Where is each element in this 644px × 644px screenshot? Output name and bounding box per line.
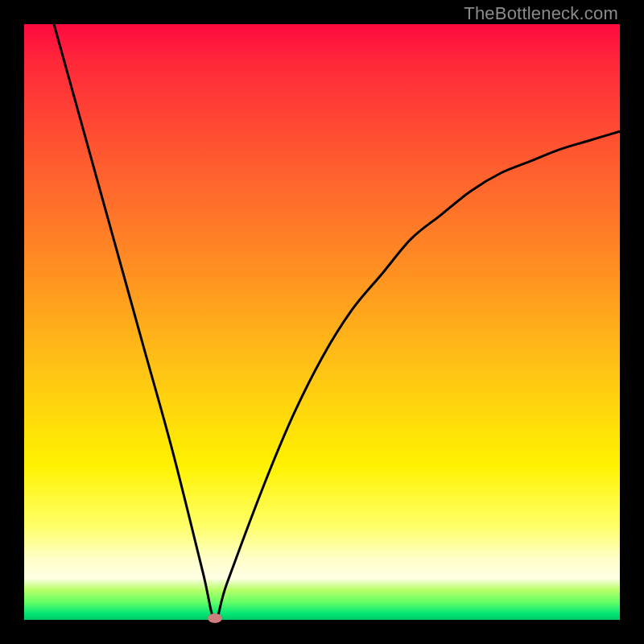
- gradient-background: [24, 24, 620, 620]
- chart-frame: TheBottleneck.com: [0, 0, 644, 644]
- optimal-marker: [208, 613, 222, 623]
- watermark-label: TheBottleneck.com: [464, 3, 618, 24]
